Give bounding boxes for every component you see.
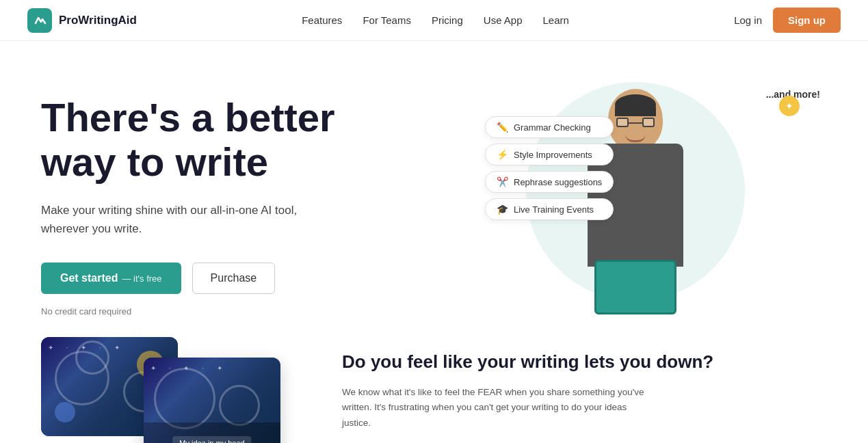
nav-features[interactable]: Features — [302, 14, 342, 26]
nav-links: Features For Teams Pricing Use App Learn — [302, 14, 569, 26]
pill-style: ⚡ Style Improvements — [485, 144, 614, 165]
lower-left: My idea in my head — [41, 337, 301, 443]
person-head — [608, 89, 663, 150]
swirl-2 — [75, 340, 109, 375]
logo[interactable]: ProWritingAid — [27, 8, 137, 33]
hero-buttons: Get started — it's free Purchase — [41, 263, 438, 294]
no-cc-label: No credit card required — [41, 306, 438, 317]
sparkle-icon: ✦ — [779, 96, 800, 116]
swirl-front-2 — [219, 385, 260, 426]
training-icon: 🎓 — [497, 204, 508, 215]
lower-title: Do you feel like your writing lets you d… — [342, 351, 827, 374]
pill-rephrase: ✂️ Rephrase suggestions — [485, 171, 614, 193]
rephrase-icon: ✂️ — [497, 176, 508, 187]
nav-learn[interactable]: Learn — [543, 14, 569, 26]
starry-bg-front: My idea in my head — [144, 358, 280, 443]
pill-grammar: ✏️ Grammar Checking — [485, 116, 614, 138]
grammar-icon: ✏️ — [497, 122, 508, 133]
get-started-button[interactable]: Get started — it's free — [41, 263, 181, 294]
main-nav: ProWritingAid Features For Teams Pricing… — [0, 0, 868, 41]
idea-label: My idea in my head — [172, 436, 251, 443]
lower-desc: We know what it's like to feel the FEAR … — [342, 385, 657, 431]
logo-text: ProWritingAid — [59, 14, 137, 27]
starry-cards: My idea in my head — [41, 337, 274, 443]
lower-right: Do you feel like your writing lets you d… — [342, 337, 827, 431]
nav-pricing[interactable]: Pricing — [432, 14, 463, 26]
style-icon: ⚡ — [497, 149, 508, 160]
hero-subtitle: Make your writing shine with our all-in-… — [41, 201, 328, 238]
hero-illustration: ✏️ Grammar Checking ⚡ Style Improvements… — [485, 75, 827, 308]
lower-section: My idea in my head Do you feel like your… — [0, 337, 868, 443]
hero-title: There's a better way to write — [41, 96, 438, 185]
logo-icon — [27, 8, 52, 33]
nav-actions: Log in Sign up — [734, 8, 841, 33]
person-laptop — [594, 260, 676, 314]
swirl-front-1 — [154, 368, 215, 429]
pill-training: 🎓 Live Training Events — [485, 198, 614, 220]
nav-use-app[interactable]: Use App — [484, 14, 523, 26]
hero-left: There's a better way to write Make your … — [41, 82, 438, 317]
login-button[interactable]: Log in — [734, 14, 762, 26]
nav-for-teams[interactable]: For Teams — [363, 14, 411, 26]
feature-pills: ✏️ Grammar Checking ⚡ Style Improvements… — [485, 116, 614, 220]
purchase-button[interactable]: Purchase — [192, 263, 276, 294]
signup-button[interactable]: Sign up — [773, 8, 841, 33]
card-front: My idea in my head — [144, 358, 280, 443]
hero-section: There's a better way to write Make your … — [0, 41, 868, 337]
